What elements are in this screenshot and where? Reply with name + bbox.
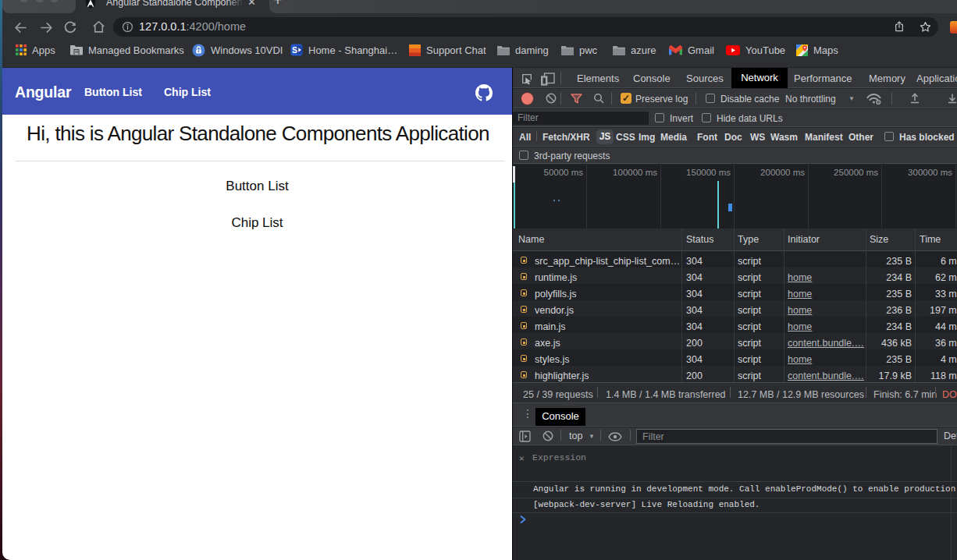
svg-text:S: S [292,45,297,55]
